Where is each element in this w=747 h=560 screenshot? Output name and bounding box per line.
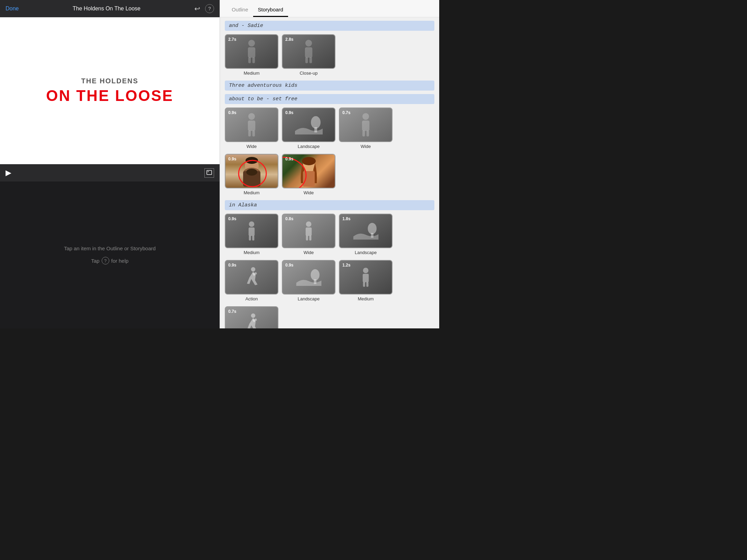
shot-thumbnail[interactable]: 0.9s: [225, 108, 278, 142]
shot-duration: 0.9s: [285, 157, 293, 161]
svg-rect-0: [207, 170, 212, 175]
storyboard-content[interactable]: and - Sadie 2.7s Medium 2.8s: [220, 17, 439, 328]
section-header-4: in Alaska: [225, 200, 434, 210]
shot-item[interactable]: 0.9s Medium: [225, 214, 278, 255]
svg-point-16: [362, 113, 369, 120]
shot-item[interactable]: 1.8s Landscape: [339, 214, 393, 255]
shot-item-woman[interactable]: 0.9s: [282, 154, 335, 195]
shots-row-4b: 0.9s Action 0.9s: [225, 260, 434, 301]
shot-thumbnail[interactable]: 2.7s: [225, 34, 278, 69]
fullscreen-icon: [206, 170, 212, 175]
svg-rect-9: [310, 57, 312, 63]
shots-row-1: 2.7s Medium 2.8s: [225, 34, 434, 76]
shot-thumbnail[interactable]: 0.7s: [339, 108, 393, 142]
person-silhouette-icon: [301, 39, 316, 65]
document-title: The Holdens On The Loose: [73, 6, 140, 12]
svg-rect-45: [363, 282, 365, 287]
svg-rect-12: [248, 130, 251, 136]
shot-duration: 0.9s: [228, 157, 236, 161]
shot-thumbnail-man[interactable]: 0.9s: [225, 154, 278, 188]
shot-item[interactable]: 0.8s Wide: [282, 214, 335, 255]
svg-point-30: [249, 221, 255, 227]
shot-label: Wide: [247, 144, 257, 149]
shot-item[interactable]: 2.8s Close-up: [282, 34, 335, 76]
tab-outline[interactable]: Outline: [227, 3, 253, 17]
shot-duration: 0.9s: [285, 110, 293, 115]
svg-point-38: [368, 223, 376, 234]
shot-thumbnail[interactable]: 0.9s: [282, 260, 335, 295]
svg-rect-36: [306, 235, 308, 240]
shot-duration: 2.8s: [285, 37, 293, 42]
shot-thumbnail[interactable]: 0.9s: [282, 108, 335, 142]
shot-duration: 0.9s: [228, 110, 236, 115]
help-circle-icon: ?: [102, 257, 109, 264]
shot-item[interactable]: 0.7s Wide: [339, 108, 393, 149]
shot-item[interactable]: 0.7s Action: [225, 306, 278, 328]
shot-duration: 2.7s: [228, 37, 236, 42]
left-panel: Done The Holdens On The Loose ↩ ? THE HO…: [0, 0, 220, 328]
shots-row-3a: 0.9s Wide 0.9s: [225, 108, 434, 149]
play-button[interactable]: ▶: [6, 168, 11, 177]
movie-title-container: THE HOLDENS ON THE LOOSE: [46, 77, 173, 104]
person-silhouette-icon: [358, 112, 374, 138]
shot-label: Medium: [243, 71, 259, 76]
person-silhouette-icon: [244, 112, 259, 138]
shot-thumbnail[interactable]: 0.9s: [225, 214, 278, 248]
runner-silhouette-icon: [244, 266, 259, 289]
shot-thumbnail[interactable]: 0.7s: [225, 306, 278, 328]
svg-point-24: [246, 157, 258, 164]
shot-item[interactable]: 0.9s Action: [225, 260, 278, 301]
person-silhouette-icon: [246, 220, 258, 242]
help-button[interactable]: ?: [205, 4, 214, 13]
shot-item[interactable]: 2.7s Medium: [225, 34, 278, 76]
svg-rect-4: [248, 57, 251, 63]
svg-rect-35: [306, 227, 312, 236]
shot-duration: 1.8s: [342, 216, 350, 221]
tabs-bar: Outline Storyboard: [220, 0, 439, 17]
shot-thumbnail[interactable]: 1.2s: [339, 260, 393, 295]
shot-item-man[interactable]: 0.9s: [225, 154, 278, 195]
fullscreen-button[interactable]: [204, 168, 214, 178]
svg-rect-8: [305, 57, 308, 63]
shot-label: Landscape: [298, 144, 320, 149]
shot-thumbnail[interactable]: 0.8s: [282, 214, 335, 248]
shot-duration: 0.9s: [228, 263, 236, 268]
shot-item[interactable]: 0.9s Landscape: [282, 108, 335, 149]
svg-point-2: [248, 40, 255, 46]
shots-row-4a: 0.9s Medium 0.8s: [225, 214, 434, 255]
shot-label: Wide: [361, 144, 371, 149]
shot-item[interactable]: 0.9s Landscape: [282, 260, 335, 301]
svg-rect-17: [362, 120, 369, 131]
shot-label: Wide: [304, 190, 314, 195]
shot-item[interactable]: 1.2s Medium: [339, 260, 393, 301]
svg-rect-7: [305, 47, 312, 57]
shot-duration: 0.7s: [342, 110, 350, 115]
shot-item[interactable]: 0.9s Wide: [225, 108, 278, 149]
shot-thumbnail[interactable]: 2.8s: [282, 34, 335, 69]
movie-subtitle: THE HOLDENS: [46, 77, 173, 85]
svg-rect-28: [303, 171, 315, 187]
shot-thumbnail[interactable]: 1.8s: [339, 214, 393, 248]
tap-help: Tap ? for help: [91, 257, 128, 264]
tap-instruction: Tap an item in the Outline or Storyboard: [64, 245, 156, 251]
done-button[interactable]: Done: [6, 6, 19, 12]
shot-label: Medium: [358, 296, 374, 301]
svg-point-34: [306, 221, 312, 227]
tab-storyboard[interactable]: Storyboard: [253, 3, 288, 17]
preview-area: THE HOLDENS ON THE LOOSE: [0, 17, 220, 164]
person-silhouette-icon: [244, 39, 259, 65]
svg-rect-5: [252, 57, 255, 63]
shot-label: Medium: [243, 250, 259, 255]
shot-label: Landscape: [298, 296, 320, 301]
shot-label: Landscape: [355, 250, 377, 255]
landscape-silhouette-icon: [352, 222, 380, 240]
shot-thumbnail[interactable]: 0.9s: [225, 260, 278, 295]
woman-face-icon: [293, 156, 324, 187]
undo-button[interactable]: ↩: [194, 4, 200, 13]
shot-thumbnail-woman[interactable]: 0.9s: [282, 154, 335, 188]
person-silhouette-icon: [360, 266, 372, 289]
svg-rect-46: [366, 282, 368, 287]
help-for-label: for help: [111, 258, 129, 264]
svg-point-47: [251, 313, 256, 318]
svg-point-6: [305, 40, 312, 46]
